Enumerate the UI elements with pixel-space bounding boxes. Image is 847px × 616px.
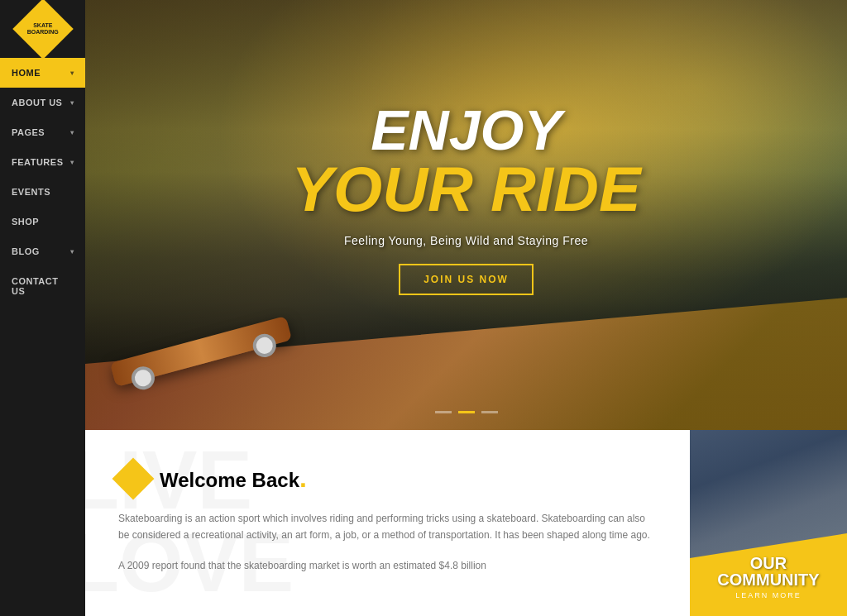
nav-item-shop[interactable]: SHOP [0, 207, 85, 236]
welcome-paragraph-1: Skateboarding is an action sport which i… [118, 510, 657, 544]
logo-area: SKATEBOARDING [0, 0, 85, 58]
hero-section: ENJOY YOUR RIDE Feeling Young, Being Wil… [85, 0, 847, 430]
community-background: OURCOMMUNITY LEARN MORE [690, 430, 847, 616]
nav-label-contact: CONTACT US [12, 276, 74, 296]
nav-item-about[interactable]: ABOUT US ▾ [0, 88, 85, 117]
community-text: OURCOMMUNITY LEARN MORE [717, 555, 819, 599]
logo-diamond: SKATEBOARDING [12, 0, 74, 60]
nav-item-features[interactable]: FEATURES ▾ [0, 147, 85, 177]
slide-dot-1[interactable] [435, 411, 452, 413]
main-content: ENJOY YOUR RIDE Feeling Young, Being Wil… [85, 0, 847, 616]
bottom-section: LIVELOVE Welcome Back. Skateboarding is … [85, 430, 847, 616]
welcome-area: LIVELOVE Welcome Back. Skateboarding is … [85, 430, 690, 616]
slide-indicators [435, 411, 498, 413]
nav-label-features: FEATURES [12, 157, 63, 167]
chevron-down-icon: ▾ [70, 99, 74, 107]
hero-title-enjoy: ENJOY [291, 102, 640, 158]
welcome-header: Welcome Back. [118, 463, 657, 494]
nav-label-pages: PAGES [12, 127, 45, 137]
chevron-down-icon: ▾ [70, 69, 74, 77]
slide-dot-3[interactable] [481, 411, 498, 413]
nav-item-pages[interactable]: PAGES ▾ [0, 117, 85, 147]
nav-item-blog[interactable]: BLOG ▾ [0, 236, 85, 266]
nav-label-home: HOME [12, 68, 41, 78]
slide-dot-2[interactable] [458, 411, 475, 413]
nav-item-events[interactable]: EVENTS [0, 177, 85, 207]
hero-content: ENJOY YOUR RIDE Feeling Young, Being Wil… [291, 102, 640, 295]
nav-label-shop: SHOP [12, 217, 39, 227]
welcome-title: Welcome Back. [160, 463, 307, 494]
nav-item-contact[interactable]: CONTACT US [0, 266, 85, 306]
hero-title-ride: YOUR RIDE [291, 158, 640, 221]
welcome-dot: . [299, 463, 307, 493]
community-card[interactable]: OURCOMMUNITY LEARN MORE [690, 430, 847, 616]
community-learn-more-link[interactable]: LEARN MORE [717, 591, 819, 599]
welcome-title-text: Welcome Back [160, 469, 299, 491]
nav-item-home[interactable]: HOME ▾ [0, 58, 85, 88]
nav-label-about: ABOUT US [12, 98, 62, 107]
diamond-icon [112, 457, 155, 499]
community-title: OURCOMMUNITY [717, 555, 819, 588]
chevron-down-icon: ▾ [70, 159, 74, 166]
sidebar: SKATEBOARDING HOME ▾ ABOUT US ▾ PAGES ▾ … [0, 0, 85, 616]
chevron-down-icon: ▾ [70, 129, 74, 136]
chevron-down-icon: ▾ [70, 248, 74, 255]
nav-label-blog: BLOG [12, 246, 40, 256]
nav-label-events: EVENTS [12, 187, 50, 197]
hero-subtitle: Feeling Young, Being Wild and Staying Fr… [291, 234, 640, 247]
join-now-button[interactable]: JOIN US NOW [399, 264, 534, 295]
logo-text: SKATEBOARDING [26, 22, 58, 36]
welcome-paragraph-2: A 2009 report found that the skateboardi… [118, 557, 657, 574]
